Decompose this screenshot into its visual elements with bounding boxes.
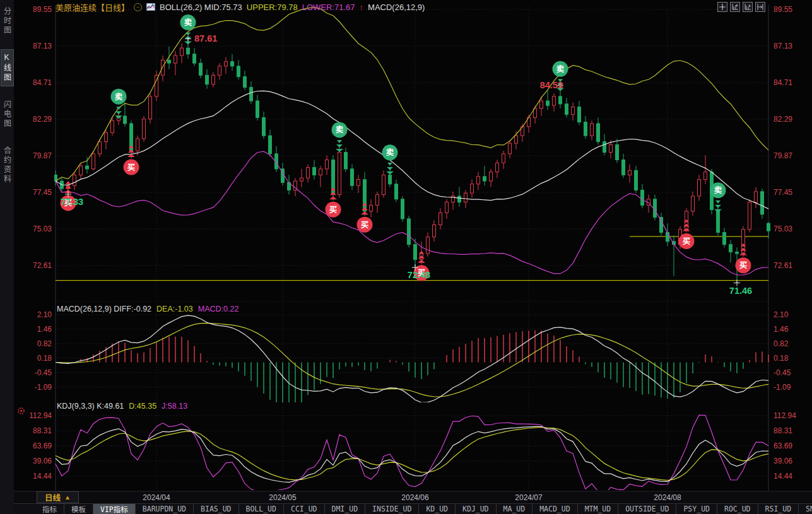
svg-text:72.61: 72.61 — [33, 261, 52, 270]
svg-text:75.03: 75.03 — [33, 225, 52, 233]
price-annotation: 72.48 — [408, 270, 430, 280]
tab-INSIDE_UD[interactable]: INSIDE_UD — [365, 504, 419, 514]
macd-dea-value: DEA:-1.03 — [156, 305, 193, 313]
macd-macd-value: MACD:0.22 — [198, 305, 239, 313]
price-annotation: 77.33 — [61, 197, 83, 207]
tab-ROC_UD[interactable]: ROC_UD — [717, 504, 758, 514]
svg-text:79.87: 79.87 — [774, 151, 792, 160]
tab-指标[interactable]: 指标 — [35, 504, 64, 514]
sidebar-item-kline[interactable]: K线图 — [1, 49, 14, 86]
tab-OUTSIDE_UD[interactable]: OUTSIDE_UD — [618, 504, 676, 514]
tab-BARUPDN_UD[interactable]: BARUPDN_UD — [136, 504, 194, 514]
period-selector[interactable]: 日线 ▲ — [37, 491, 79, 503]
tab-KD_UD[interactable]: KD_UD — [419, 504, 456, 514]
svg-text:2024/07: 2024/07 — [515, 493, 543, 502]
tab-BOLL_UD[interactable]: BOLL_UD — [239, 504, 284, 514]
svg-text:2024/05: 2024/05 — [269, 493, 297, 502]
price-annotation: 71.46 — [729, 286, 752, 296]
tab-RSI_UD[interactable]: RSI_UD — [758, 504, 799, 514]
svg-text:2.10: 2.10 — [774, 310, 789, 319]
chart-canvas[interactable]: 89.5589.5587.1387.1384.7184.7182.2982.29… — [14, 0, 812, 503]
svg-text:77.45: 77.45 — [774, 188, 792, 197]
svg-text:63.69: 63.69 — [33, 441, 52, 450]
kdj-panel-header: KDJ(9,3,3) K:49.61 D:45.35 J:58.13 — [57, 402, 187, 411]
left-sidebar: 分时图 K线图 闪电图 合约资料 — [0, 0, 14, 514]
svg-text:112.94: 112.94 — [774, 411, 796, 420]
svg-text:0.82: 0.82 — [774, 339, 789, 348]
svg-text:1.46: 1.46 — [37, 325, 52, 334]
sidebar-item-timeshare[interactable]: 分时图 — [1, 3, 14, 39]
sell-label: 卖 — [386, 148, 394, 157]
svg-text:0.18: 0.18 — [37, 354, 52, 363]
svg-text:77.45: 77.45 — [33, 188, 52, 197]
svg-text:39.06: 39.06 — [33, 457, 52, 465]
svg-text:2024/06: 2024/06 — [401, 493, 429, 502]
buy-label: 买 — [361, 221, 369, 230]
expand-right-icon[interactable] — [755, 2, 765, 12]
svg-text:0.82: 0.82 — [37, 339, 52, 348]
svg-text:112.94: 112.94 — [29, 411, 52, 420]
app-window: 分时图 K线图 闪电图 合约资料 89.5589.5587.1387.1384.… — [0, 0, 812, 514]
buy-label: 买 — [739, 261, 748, 270]
tab-MTM_UD[interactable]: MTM_UD — [578, 504, 619, 514]
buy-label: 买 — [127, 163, 136, 172]
sell-label: 卖 — [556, 64, 565, 74]
svg-text:-0.45: -0.45 — [35, 368, 52, 377]
tab-MACD_UD[interactable]: MACD_UD — [533, 504, 577, 514]
svg-text:89.55: 89.55 — [33, 5, 52, 14]
tab-SMA_UD[interactable]: SMA_UD — [799, 504, 812, 514]
svg-text:63.69: 63.69 — [774, 441, 792, 450]
tab-CCI_UD[interactable]: CCI_UD — [284, 504, 325, 514]
svg-text:0.18: 0.18 — [774, 354, 789, 363]
sell-label: 卖 — [115, 92, 123, 102]
price-annotation: 84.53 — [540, 80, 563, 90]
tab-DMI_UD[interactable]: DMI_UD — [325, 504, 366, 514]
chart-area: 89.5589.5587.1387.1384.7184.7182.2982.29… — [14, 0, 812, 514]
price-annotation: 87.61 — [194, 33, 217, 44]
chart-toolbar — [717, 2, 765, 12]
indicator-chart-icon[interactable] — [146, 3, 155, 11]
svg-text:1.46: 1.46 — [774, 325, 789, 334]
svg-text:79.87: 79.87 — [33, 151, 52, 160]
macd-panel-header: MACD(26,12,9) DIFF:-0.92 DEA:-1.03 MACD:… — [57, 305, 238, 313]
collapse-indicator-icon[interactable]: − — [134, 3, 142, 11]
boll-label: BOLL(26,2) MID:75.73 — [160, 3, 242, 12]
svg-text:-1.09: -1.09 — [35, 383, 52, 392]
tab-KDJ_UD[interactable]: KDJ_UD — [456, 504, 497, 514]
kdj-d-value: D:45.35 — [129, 402, 156, 411]
svg-text:72.61: 72.61 — [774, 261, 792, 270]
kdj-label-and-k: KDJ(9,3,3) K:49.61 — [57, 402, 124, 411]
buy-label: 买 — [683, 237, 691, 246]
tab-VIP指标[interactable]: VIP指标 — [93, 504, 136, 514]
svg-text:-0.45: -0.45 — [774, 368, 791, 377]
svg-text:84.71: 84.71 — [33, 78, 52, 87]
svg-text:2024/08: 2024/08 — [654, 493, 681, 502]
svg-text:14.44: 14.44 — [33, 472, 52, 481]
sell-label: 卖 — [714, 185, 722, 195]
tab-PSY_UD[interactable]: PSY_UD — [676, 504, 717, 514]
macd-label-and-diff: MACD(26,12,9) DIFF:-0.92 — [57, 305, 151, 313]
boll-lower-value: LOWER:71.67 — [302, 3, 355, 12]
macd-header-label: MACD(26,12,9) — [368, 3, 425, 12]
axis-zoom-out-icon[interactable] — [743, 2, 753, 12]
boll-upper-value: UPPER:79.78 — [247, 3, 298, 12]
crosshair-icon[interactable] — [717, 2, 727, 12]
svg-text:88.31: 88.31 — [33, 426, 52, 435]
svg-text:84.71: 84.71 — [774, 78, 792, 87]
instrument-title: 美原油连续【日线】 — [56, 1, 129, 13]
svg-text:87.13: 87.13 — [33, 42, 52, 50]
kdj-settings-icon[interactable] — [17, 406, 25, 418]
svg-text:2024/04: 2024/04 — [143, 493, 170, 502]
tab-MA_UD[interactable]: MA_UD — [497, 504, 533, 514]
svg-text:87.13: 87.13 — [774, 42, 792, 50]
period-up-icon: ▲ — [64, 494, 71, 501]
axis-zoom-in-icon[interactable] — [730, 2, 740, 12]
sidebar-item-contract-info[interactable]: 合约资料 — [1, 143, 14, 188]
svg-text:89.55: 89.55 — [774, 5, 792, 14]
chart-header: 美原油连续【日线】 − BOLL(26,2) MID:75.73 UPPER:7… — [56, 1, 425, 13]
tab-模板[interactable]: 模板 — [64, 504, 93, 514]
tab-bar: 指标模板VIP指标BARUPDN_UDBIAS_UDBOLL_UDCCI_UDD… — [14, 503, 812, 514]
sidebar-item-flash[interactable]: 闪电图 — [1, 96, 14, 132]
tab-BIAS_UD[interactable]: BIAS_UD — [194, 504, 238, 514]
svg-text:75.03: 75.03 — [774, 225, 792, 233]
